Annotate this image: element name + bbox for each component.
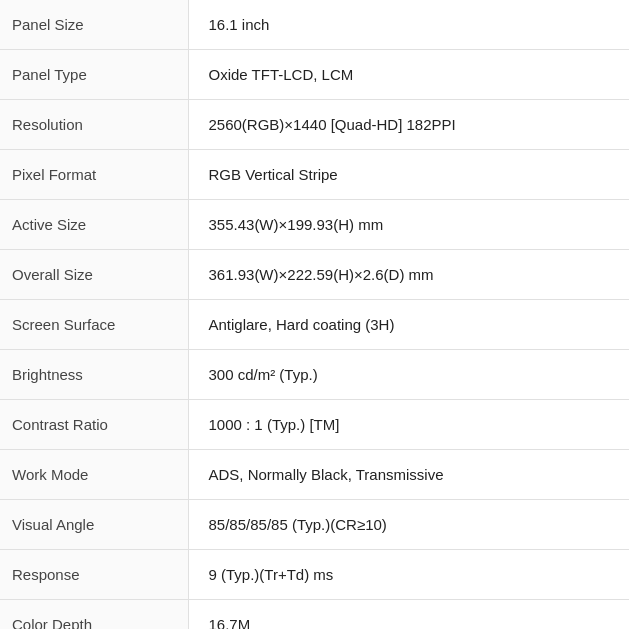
spec-value: 16.1 inch [188,0,629,50]
table-row: Overall Size361.93(W)×222.59(H)×2.6(D) m… [0,250,629,300]
spec-value: Antiglare, Hard coating (3H) [188,300,629,350]
table-row: Screen SurfaceAntiglare, Hard coating (3… [0,300,629,350]
table-row: Active Size355.43(W)×199.93(H) mm [0,200,629,250]
spec-label: Visual Angle [0,500,188,550]
spec-label: Color Depth [0,600,188,630]
spec-label: Overall Size [0,250,188,300]
spec-value: 300 cd/m² (Typ.) [188,350,629,400]
spec-label: Contrast Ratio [0,400,188,450]
spec-value: 16.7M [188,600,629,630]
table-row: Pixel FormatRGB Vertical Stripe [0,150,629,200]
spec-label: Panel Size [0,0,188,50]
spec-label: Screen Surface [0,300,188,350]
spec-label: Panel Type [0,50,188,100]
spec-label: Work Mode [0,450,188,500]
spec-value: 361.93(W)×222.59(H)×2.6(D) mm [188,250,629,300]
spec-value: 1000 : 1 (Typ.) [TM] [188,400,629,450]
table-row: Visual Angle85/85/85/85 (Typ.)(CR≥10) [0,500,629,550]
spec-value: ADS, Normally Black, Transmissive [188,450,629,500]
spec-label: Active Size [0,200,188,250]
table-row: Work ModeADS, Normally Black, Transmissi… [0,450,629,500]
spec-value: 9 (Typ.)(Tr+Td) ms [188,550,629,600]
spec-label: Brightness [0,350,188,400]
table-row: Response9 (Typ.)(Tr+Td) ms [0,550,629,600]
spec-value: Oxide TFT-LCD, LCM [188,50,629,100]
table-row: Brightness300 cd/m² (Typ.) [0,350,629,400]
spec-value: 355.43(W)×199.93(H) mm [188,200,629,250]
table-row: Panel TypeOxide TFT-LCD, LCM [0,50,629,100]
table-row: Color Depth16.7M [0,600,629,630]
spec-label: Pixel Format [0,150,188,200]
spec-value: RGB Vertical Stripe [188,150,629,200]
specs-table: Panel Size16.1 inchPanel TypeOxide TFT-L… [0,0,629,629]
spec-label: Resolution [0,100,188,150]
spec-value: 85/85/85/85 (Typ.)(CR≥10) [188,500,629,550]
table-row: Resolution2560(RGB)×1440 [Quad-HD] 182PP… [0,100,629,150]
spec-label: Response [0,550,188,600]
table-row: Panel Size16.1 inch [0,0,629,50]
spec-value: 2560(RGB)×1440 [Quad-HD] 182PPI [188,100,629,150]
table-row: Contrast Ratio1000 : 1 (Typ.) [TM] [0,400,629,450]
